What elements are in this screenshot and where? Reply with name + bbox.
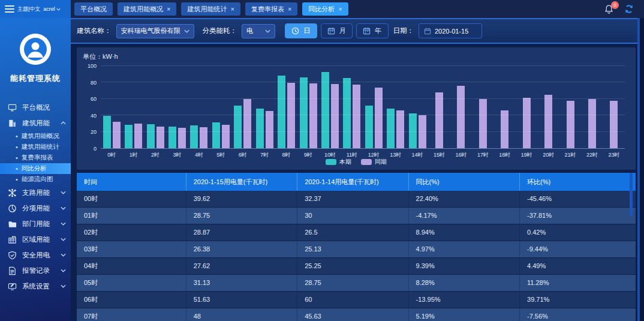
table-header-cell: 时间 [77,173,186,191]
gridline [101,131,625,132]
chart-unit-label: 单位：kW·h [83,52,628,61]
legend-swatch [326,159,336,165]
sidebar-item[interactable]: 部门用能 [0,216,71,232]
bar-本期 [147,124,155,148]
table-header-cell: 2020-1-14用电量(千瓦时) [297,173,408,191]
data-table: 时间2020-1-15用电量(千瓦时)2020-1-14用电量(千瓦时)同比(%… [77,173,636,321]
tab-close-icon[interactable]: × [230,6,234,13]
bar-group [232,66,254,148]
building-select[interactable]: 安科瑞电气股份有限公司A楼 [116,24,194,38]
table-cell: 30 [297,208,408,224]
bar-本期 [234,106,242,148]
sidebar-subitem[interactable]: •建筑用能统计 [0,142,71,152]
tab-label: 同比分析 [308,5,335,14]
bar-group [407,66,428,148]
table-cell: 48 [186,308,297,321]
table-cell: 9.39% [409,258,520,274]
hamburger-menu-icon[interactable] [5,5,14,13]
tab[interactable]: 平台概况 [74,2,113,16]
bar-同期 [544,95,552,148]
theme-language-switch[interactable]: 主题|中文 [17,5,40,13]
bar-本期 [321,72,329,148]
legend-item[interactable]: 本期 [326,158,351,166]
bar-本期 [300,77,308,148]
gridline [101,82,625,82]
page-scrollbar-thumb[interactable] [637,18,640,321]
bar-同期 [134,124,142,148]
legend-label: 同期 [375,158,387,166]
table-cell: 01时 [77,208,186,224]
sidebar-item[interactable]: 分项用能 [0,200,71,216]
sidebar-subitem[interactable]: •建筑用能概况 [0,131,71,142]
sidebar-item[interactable]: 建筑用能 [0,115,71,131]
bar-group [516,66,537,148]
bar-group [384,66,406,148]
legend-item[interactable]: 同期 [361,158,387,166]
sidebar: 能耗管理系统 平台概况建筑用能•建筑用能概况•建筑用能统计•复费率报表•同比分析… [0,18,71,321]
tab[interactable]: 建筑用能统计× [181,2,240,16]
tab-close-icon[interactable]: × [338,6,342,13]
bar-本期 [365,106,373,148]
period-button-label: 日 [303,26,311,35]
sidebar-item[interactable]: 报警记录 [0,263,71,278]
chevron-down-icon [184,29,189,33]
table-cell: 02时 [77,224,186,241]
bar-同期 [435,92,443,148]
tab[interactable]: 建筑用能概况× [118,2,176,16]
sidebar-item[interactable]: 系统设置 [0,278,71,294]
table-cell: 06时 [77,292,186,308]
sidebar-item-label: 部门用能 [22,220,55,229]
region-icon [8,235,17,244]
tab-close-icon[interactable]: × [288,6,291,13]
notification-bell-icon[interactable]: 0 [604,4,614,14]
monitor-icon [8,103,17,112]
refresh-icon[interactable] [624,4,634,14]
bar-group [145,66,166,148]
period-button[interactable]: 年 [356,23,389,38]
sidebar-item[interactable]: 支路用能 [0,185,71,200]
bar-同期 [353,85,360,148]
table-scrollbar-thumb[interactable] [630,173,633,216]
table-cell: 60 [297,292,408,308]
legend-label: 本期 [339,158,351,166]
bar-同期 [157,127,164,148]
date-picker[interactable]: 2020-01-15 [419,23,482,38]
bar-本期 [103,116,111,148]
bar-group [450,66,472,148]
y-tick-label: 40 [91,113,97,119]
sidebar-subitem-label: 建筑用能统计 [22,143,59,151]
avatar[interactable] [20,34,51,65]
branch-icon [8,188,17,197]
table-cell: 31.13 [186,275,297,291]
sidebar-subitem[interactable]: •复费率报表 [0,152,71,163]
tab[interactable]: 复费率报表× [245,2,297,16]
table-cell: 28.75 [186,208,297,224]
tab[interactable]: 同比分析× [302,2,348,16]
bar-group [319,66,341,148]
energy-type-select[interactable]: 电 [242,24,275,38]
tab-close-icon[interactable]: × [167,6,170,13]
table-row: 01时28.7530-4.17%-37.81% [77,208,636,224]
sidebar-item-label: 分项用能 [22,204,55,213]
table-cell: 28.87 [186,224,297,241]
gridline [101,65,625,66]
bullet-icon: • [16,165,18,172]
table-cell: 8.94% [409,224,520,241]
chevron-down-icon [56,8,61,11]
bar-group [472,66,493,148]
user-dropdown[interactable]: acrel [43,6,61,12]
sidebar-item-label: 平台概况 [22,103,66,112]
sidebar-item[interactable]: 区域用能 [0,232,71,247]
period-button[interactable]: 日 [285,23,317,38]
sidebar-subitem[interactable]: •同比分析 [0,163,71,174]
period-button[interactable]: 月 [321,23,353,38]
sidebar-subitem[interactable]: •能源流向图 [0,174,71,185]
tab-label: 建筑用能概况 [124,5,163,14]
sidebar-item[interactable]: 平台概况 [0,100,71,115]
sidebar-item[interactable]: 安全用电 [0,247,71,263]
calendar-icon [363,27,371,35]
table-cell: 39.62 [186,191,297,207]
bar-同期 [309,83,317,148]
bar-同期 [331,84,339,148]
bar-group [166,66,188,148]
